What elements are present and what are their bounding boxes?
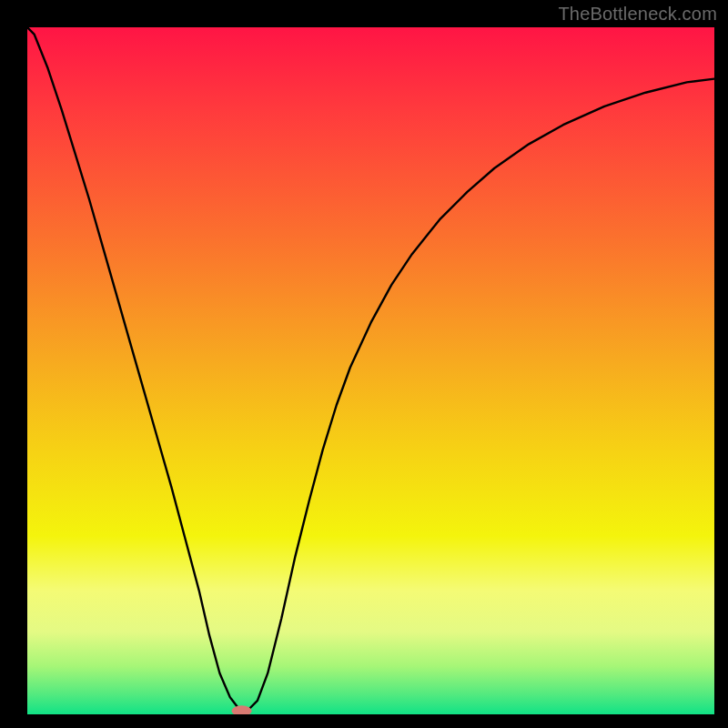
chart-container: TheBottleneck.com bbox=[0, 0, 728, 728]
watermark-label: TheBottleneck.com bbox=[558, 4, 717, 25]
plot-background bbox=[27, 27, 714, 714]
bottleneck-chart bbox=[0, 0, 728, 728]
min-point-marker bbox=[232, 705, 252, 716]
